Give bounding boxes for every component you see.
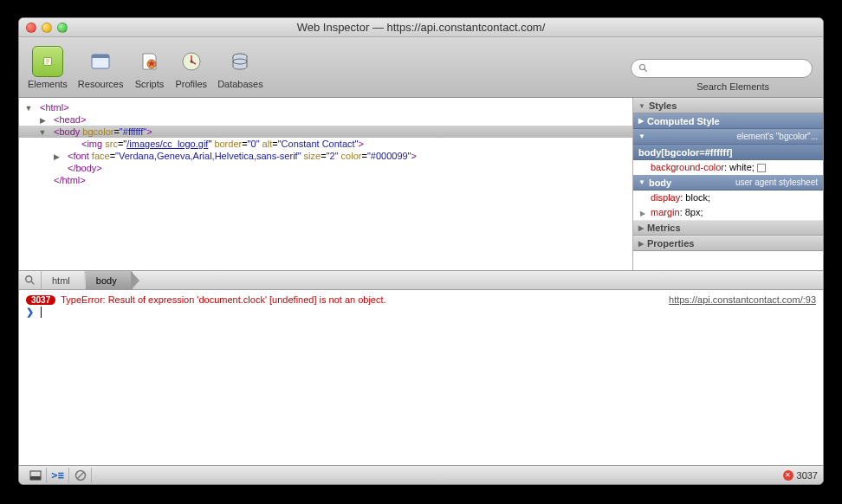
search-field[interactable] — [631, 59, 813, 78]
styles-pane: ▼Styles ▶Computed Style ▼element's "bgco… — [632, 98, 823, 270]
dock-button[interactable] — [24, 468, 47, 483]
svg-rect-13 — [30, 476, 41, 480]
rule-header[interactable]: ▼element's "bgcolor"... — [633, 129, 823, 145]
svg-point-5 — [190, 60, 192, 62]
tab-label: Databases — [217, 79, 263, 89]
inspector-window: Web Inspector — https://api.constantcont… — [18, 17, 824, 485]
tab-databases[interactable]: Databases — [217, 46, 263, 89]
error-icon — [783, 470, 793, 481]
dom-node-html[interactable]: <html> — [19, 101, 632, 113]
toolbar: Elements Resources Scripts Profiles Data… — [19, 37, 823, 98]
css-declaration[interactable]: background-color: white; — [633, 160, 823, 175]
console[interactable]: 3037 TypeError: Result of expression 'do… — [19, 290, 823, 465]
svg-rect-2 — [92, 55, 109, 58]
window-title: Web Inspector — https://api.constantcont… — [19, 21, 823, 34]
tab-label: Scripts — [135, 79, 165, 89]
console-error-row[interactable]: 3037 TypeError: Result of expression 'do… — [19, 294, 823, 306]
dom-node-font[interactable]: <font face="Verdana,Geneva,Arial,Helveti… — [19, 150, 632, 162]
color-swatch[interactable] — [757, 164, 766, 172]
console-prompt[interactable]: ❯ — [19, 306, 823, 319]
search-input[interactable] — [654, 62, 805, 74]
svg-line-11 — [30, 281, 34, 284]
search-icon — [638, 63, 649, 74]
crumb-html[interactable]: html — [42, 271, 86, 289]
error-message: TypeError: Result of expression 'documen… — [61, 294, 651, 305]
titlebar[interactable]: Web Inspector — https://api.constantcont… — [19, 18, 823, 37]
svg-line-15 — [77, 472, 84, 479]
zoom-button[interactable] — [57, 23, 68, 33]
dom-tree[interactable]: <html> <head> <body bgcolor="#ffffff"> <… — [19, 98, 632, 270]
error-total: 3037 — [797, 470, 818, 481]
error-count-badge: 3037 — [26, 295, 55, 305]
dom-node-head[interactable]: <head> — [19, 113, 632, 126]
dom-node-html-close[interactable]: </html> — [19, 174, 632, 186]
styles-header[interactable]: ▼Styles — [633, 98, 823, 113]
inspect-button[interactable] — [19, 271, 42, 289]
properties-header[interactable]: ▶Properties — [633, 236, 823, 251]
tab-label: Resources — [78, 79, 124, 89]
traffic-lights — [26, 23, 68, 33]
dom-node-body[interactable]: <body bgcolor="#ffffff"> — [19, 126, 632, 138]
dom-node-img[interactable]: <img src="/images/cc_logo.gif" border="0… — [19, 138, 632, 150]
breadcrumb: html body — [19, 271, 823, 290]
close-button[interactable] — [26, 23, 36, 33]
css-declaration[interactable]: display: block; — [633, 191, 823, 205]
svg-line-9 — [644, 69, 647, 72]
elements-icon — [32, 46, 63, 77]
crumb-body[interactable]: body — [86, 271, 133, 289]
metrics-header[interactable]: ▶Metrics — [633, 220, 823, 236]
prompt-icon: ❯ — [26, 307, 34, 318]
tab-label: Elements — [28, 79, 68, 89]
svg-point-8 — [640, 65, 645, 70]
scripts-icon — [133, 46, 165, 77]
dom-node-body-close[interactable]: </body> — [19, 162, 632, 174]
css-declaration[interactable]: ▶margin: 8px; — [633, 205, 823, 220]
status-bar: >≡ 3037 — [19, 465, 823, 484]
tab-resources[interactable]: Resources — [78, 46, 124, 89]
resources-icon — [85, 46, 116, 77]
tab-elements[interactable]: Elements — [28, 46, 68, 89]
clear-button[interactable] — [69, 468, 92, 483]
databases-icon — [224, 46, 256, 77]
rule-header[interactable]: ▼bodyuser agent stylesheet — [633, 175, 823, 191]
error-location[interactable]: https://api.constantcontact.com/:93 — [669, 294, 816, 305]
tab-label: Profiles — [175, 79, 207, 89]
profiles-icon — [176, 46, 207, 77]
search-label: Search Elements — [696, 81, 769, 92]
tab-scripts[interactable]: Scripts — [133, 46, 165, 89]
error-summary[interactable]: 3037 — [783, 470, 818, 481]
rule-selector[interactable]: body[bgcolor=#ffffff] — [633, 145, 823, 160]
svg-point-10 — [25, 275, 31, 281]
minimize-button[interactable] — [42, 23, 52, 33]
cursor — [41, 307, 42, 318]
computed-style-header[interactable]: ▶Computed Style — [633, 113, 823, 129]
console-toggle-button[interactable]: >≡ — [47, 468, 69, 483]
tab-profiles[interactable]: Profiles — [175, 46, 207, 89]
